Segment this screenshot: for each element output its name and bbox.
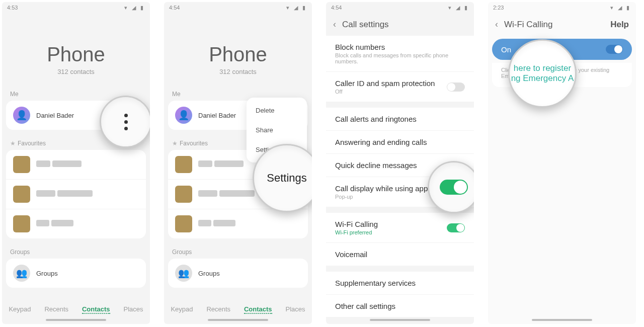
status-icons: ▾ ◢ ▮ [448,5,469,11]
tab-contacts[interactable]: Contacts [82,305,110,314]
clock: 4:54 [169,5,180,11]
page-subtitle: 312 contacts [164,68,312,75]
back-icon[interactable]: ‹ [333,19,336,30]
setting-voicemail[interactable]: Voicemail [326,242,474,266]
bottom-tabs: Keypad Recents Contacts Places [164,298,312,317]
groups-icon: 👥 [175,265,192,282]
toggle-wifi-calling[interactable] [447,223,465,232]
groups-row[interactable]: 👥 Groups [168,259,308,288]
me-name: Daniel Bader [198,112,236,119]
status-bar: 4:54 ▾ ◢ ▮ [164,2,312,13]
nav-handle [532,319,592,321]
setting-answering[interactable]: Answering and ending calls [326,130,474,153]
page-title: Phone [2,43,150,66]
setting-caller-id[interactable]: Caller ID and spam protection Off [326,71,474,102]
screen-contacts: 4:53 ▾ ◢ ▮ Phone 312 contacts Me 👤 Danie… [2,2,150,324]
star-icon: ★ [172,140,178,147]
toggle-caller-id[interactable] [447,83,465,92]
status-icons: ▾ ◢ ▮ [286,5,307,11]
topbar: ‹ Call settings [326,13,474,36]
help-button[interactable]: Help [610,20,629,30]
menu-share[interactable]: Share [247,120,307,140]
section-groups-label: Groups [2,243,150,259]
groups-row[interactable]: 👥 Groups [6,259,146,288]
contact-avatar [13,215,30,232]
tab-keypad[interactable]: Keypad [9,305,31,314]
setting-block-numbers[interactable]: Block numbers Block calls and messages f… [326,36,474,71]
tab-recents[interactable]: Recents [44,305,68,314]
toggle-on-icon [440,180,468,195]
contact-avatar [13,156,30,173]
tab-places[interactable]: Places [285,305,305,314]
section-a-label: A [2,293,150,298]
nav-handle [46,319,106,321]
page-header: Phone 312 contacts [164,13,312,86]
section-groups-label: Groups [164,243,312,259]
page-header: Phone 312 contacts [2,13,150,86]
setting-other[interactable]: Other call settings [326,294,474,317]
nav-handle [370,319,430,321]
status-bar: 4:54 ▾ ◢ ▮ [326,2,474,13]
contact-avatar [175,156,192,173]
contact-row[interactable] [6,209,146,238]
clock: 2:23 [493,5,504,11]
clock: 4:53 [7,5,18,11]
screen-call-settings: 4:54 ▾ ◢ ▮ ‹ Call settings Block numbers… [326,2,474,324]
screen-wifi-calling: 2:23 ▾ ◢ ▮ ‹ Wi-Fi Calling Help On Click… [488,2,636,324]
overflow-icon[interactable] [124,114,128,130]
setting-wifi-calling[interactable]: Wi-Fi Calling Wi-Fi preferred [326,213,474,242]
me-name: Daniel Bader [36,112,74,119]
menu-delete[interactable]: Delete [247,101,307,120]
tab-recents[interactable]: Recents [206,305,230,314]
contact-avatar [175,215,192,232]
status-bar: 4:53 ▾ ◢ ▮ [2,2,150,13]
section-a-label: A [164,293,312,298]
back-icon[interactable]: ‹ [495,19,498,30]
tab-contacts[interactable]: Contacts [244,305,272,314]
nav-handle [208,319,268,321]
avatar-icon: 👤 [175,107,192,124]
bottom-tabs: Keypad Recents Contacts Places [2,298,150,317]
groups-icon: 👥 [13,265,30,282]
contact-row[interactable] [6,179,146,209]
contact-avatar [175,186,192,203]
setting-alerts[interactable]: Call alerts and ringtones [326,108,474,130]
tab-keypad[interactable]: Keypad [171,305,193,314]
star-icon: ★ [10,140,16,147]
magnifier-register-link: here to register ng Emergency A [508,39,577,108]
setting-supplementary[interactable]: Supplementary services [326,272,474,294]
page-subtitle: 312 contacts [2,68,150,75]
page-title: Phone [164,43,312,66]
header-title: Wi-Fi Calling [504,20,552,30]
contact-avatar [13,186,30,203]
status-icons: ▾ ◢ ▮ [124,5,145,11]
topbar: ‹ Wi-Fi Calling Help [488,13,636,36]
header-title: Call settings [342,20,389,30]
status-bar: 2:23 ▾ ◢ ▮ [488,2,636,13]
status-icons: ▾ ◢ ▮ [610,5,631,11]
contact-row[interactable] [168,209,308,238]
screen-contacts-menu: 4:54 ▾ ◢ ▮ Phone 312 contacts Me 👤 Danie… [164,2,312,324]
clock: 4:54 [331,5,342,11]
avatar-icon: 👤 [13,107,30,124]
tab-places[interactable]: Places [123,305,143,314]
contact-row[interactable] [6,150,146,179]
toggle-on-icon[interactable] [606,45,623,54]
magnifier-overflow [100,96,150,148]
